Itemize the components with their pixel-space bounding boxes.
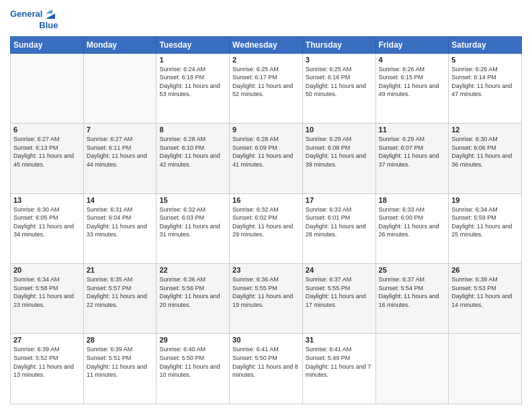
day-number: 22	[159, 266, 226, 274]
calendar-cell: 18Sunrise: 6:33 AM Sunset: 6:00 PM Dayli…	[375, 193, 449, 263]
day-info: Sunrise: 6:25 AM Sunset: 6:17 PM Dayligh…	[232, 65, 300, 99]
svg-marker-1	[46, 9, 52, 13]
day-number: 14	[87, 196, 154, 204]
logo-text-general: General	[10, 9, 42, 19]
day-number: 27	[13, 336, 81, 344]
svg-marker-0	[46, 13, 55, 19]
day-number: 19	[451, 196, 519, 204]
calendar-cell: 22Sunrise: 6:36 AM Sunset: 5:56 PM Dayli…	[157, 264, 230, 334]
calendar-cell: 31Sunrise: 6:41 AM Sunset: 5:49 PM Dayli…	[302, 334, 375, 404]
calendar-cell: 14Sunrise: 6:31 AM Sunset: 6:04 PM Dayli…	[83, 193, 157, 263]
calendar-table: SundayMondayTuesdayWednesdayThursdayFrid…	[10, 36, 522, 404]
day-number: 21	[87, 266, 154, 274]
calendar-cell: 28Sunrise: 6:39 AM Sunset: 5:51 PM Dayli…	[83, 334, 157, 404]
calendar-cell: 1Sunrise: 6:24 AM Sunset: 6:18 PM Daylig…	[157, 53, 230, 123]
calendar-cell	[375, 334, 449, 404]
day-info: Sunrise: 6:37 AM Sunset: 5:54 PM Dayligh…	[379, 275, 446, 309]
day-info: Sunrise: 6:26 AM Sunset: 6:15 PM Dayligh…	[379, 65, 446, 99]
day-number: 23	[232, 266, 300, 274]
day-number: 10	[306, 126, 373, 134]
day-info: Sunrise: 6:30 AM Sunset: 6:05 PM Dayligh…	[13, 205, 81, 239]
calendar-week-4: 27Sunrise: 6:39 AM Sunset: 5:52 PM Dayli…	[11, 334, 522, 404]
day-number: 4	[379, 56, 446, 64]
calendar-cell: 9Sunrise: 6:28 AM Sunset: 6:09 PM Daylig…	[230, 124, 303, 193]
day-number: 8	[159, 126, 226, 134]
day-info: Sunrise: 6:29 AM Sunset: 6:07 PM Dayligh…	[379, 135, 446, 169]
calendar-cell	[11, 53, 84, 123]
logo: General Blue	[10, 7, 58, 31]
calendar-cell: 24Sunrise: 6:37 AM Sunset: 5:55 PM Dayli…	[302, 264, 375, 334]
day-info: Sunrise: 6:31 AM Sunset: 6:04 PM Dayligh…	[87, 205, 154, 239]
calendar-cell: 10Sunrise: 6:29 AM Sunset: 6:08 PM Dayli…	[302, 124, 375, 193]
calendar-cell: 12Sunrise: 6:30 AM Sunset: 6:06 PM Dayli…	[449, 124, 522, 193]
calendar-cell: 2Sunrise: 6:25 AM Sunset: 6:17 PM Daylig…	[230, 53, 303, 123]
day-number: 9	[232, 126, 300, 134]
day-info: Sunrise: 6:37 AM Sunset: 5:55 PM Dayligh…	[306, 275, 373, 309]
day-info: Sunrise: 6:33 AM Sunset: 6:01 PM Dayligh…	[306, 205, 373, 239]
day-number: 6	[13, 126, 81, 134]
calendar-header-tuesday: Tuesday	[157, 36, 230, 53]
calendar-cell: 26Sunrise: 6:38 AM Sunset: 5:53 PM Dayli…	[449, 264, 522, 334]
day-info: Sunrise: 6:36 AM Sunset: 5:55 PM Dayligh…	[232, 275, 300, 309]
calendar-week-0: 1Sunrise: 6:24 AM Sunset: 6:18 PM Daylig…	[11, 53, 522, 123]
day-number: 20	[13, 266, 81, 274]
day-info: Sunrise: 6:28 AM Sunset: 6:10 PM Dayligh…	[159, 135, 226, 169]
day-number: 28	[87, 336, 154, 344]
day-info: Sunrise: 6:41 AM Sunset: 5:49 PM Dayligh…	[306, 345, 373, 379]
day-number: 30	[232, 336, 300, 344]
day-info: Sunrise: 6:29 AM Sunset: 6:08 PM Dayligh…	[306, 135, 373, 169]
day-number: 31	[306, 336, 373, 344]
calendar-week-1: 6Sunrise: 6:27 AM Sunset: 6:13 PM Daylig…	[11, 124, 522, 193]
calendar-header-thursday: Thursday	[302, 36, 375, 53]
calendar-cell: 5Sunrise: 6:26 AM Sunset: 6:14 PM Daylig…	[449, 53, 522, 123]
calendar-cell: 23Sunrise: 6:36 AM Sunset: 5:55 PM Dayli…	[230, 264, 303, 334]
logo-text-blue: Blue	[39, 20, 58, 31]
day-number: 17	[306, 196, 373, 204]
calendar-header-wednesday: Wednesday	[230, 36, 303, 53]
day-info: Sunrise: 6:24 AM Sunset: 6:18 PM Dayligh…	[159, 65, 226, 99]
day-number: 7	[87, 126, 154, 134]
day-info: Sunrise: 6:34 AM Sunset: 5:59 PM Dayligh…	[451, 205, 519, 239]
calendar-cell: 8Sunrise: 6:28 AM Sunset: 6:10 PM Daylig…	[157, 124, 230, 193]
day-info: Sunrise: 6:28 AM Sunset: 6:09 PM Dayligh…	[232, 135, 300, 169]
day-number: 18	[379, 196, 446, 204]
day-info: Sunrise: 6:30 AM Sunset: 6:06 PM Dayligh…	[451, 135, 519, 169]
day-number: 24	[306, 266, 373, 274]
calendar-header-row: SundayMondayTuesdayWednesdayThursdayFrid…	[11, 36, 522, 53]
day-number: 26	[451, 266, 519, 274]
logo-icon	[43, 7, 58, 21]
calendar-cell: 4Sunrise: 6:26 AM Sunset: 6:15 PM Daylig…	[375, 53, 449, 123]
day-number: 11	[379, 126, 446, 134]
calendar-cell	[83, 53, 157, 123]
day-info: Sunrise: 6:39 AM Sunset: 5:51 PM Dayligh…	[87, 345, 154, 379]
day-number: 2	[232, 56, 300, 64]
calendar-cell: 25Sunrise: 6:37 AM Sunset: 5:54 PM Dayli…	[375, 264, 449, 334]
header: General Blue	[10, 7, 522, 31]
calendar-header-saturday: Saturday	[449, 36, 522, 53]
day-info: Sunrise: 6:33 AM Sunset: 6:00 PM Dayligh…	[379, 205, 446, 239]
day-info: Sunrise: 6:32 AM Sunset: 6:03 PM Dayligh…	[159, 205, 226, 239]
day-info: Sunrise: 6:34 AM Sunset: 5:58 PM Dayligh…	[13, 275, 81, 309]
day-number: 12	[451, 126, 519, 134]
day-info: Sunrise: 6:40 AM Sunset: 5:50 PM Dayligh…	[159, 345, 226, 379]
day-info: Sunrise: 6:26 AM Sunset: 6:14 PM Dayligh…	[451, 65, 519, 99]
calendar-cell: 16Sunrise: 6:32 AM Sunset: 6:02 PM Dayli…	[230, 193, 303, 263]
calendar-cell: 30Sunrise: 6:41 AM Sunset: 5:50 PM Dayli…	[230, 334, 303, 404]
day-info: Sunrise: 6:38 AM Sunset: 5:53 PM Dayligh…	[451, 275, 519, 309]
calendar-cell: 17Sunrise: 6:33 AM Sunset: 6:01 PM Dayli…	[302, 193, 375, 263]
day-number: 13	[13, 196, 81, 204]
calendar-cell: 3Sunrise: 6:25 AM Sunset: 6:16 PM Daylig…	[302, 53, 375, 123]
calendar-header-sunday: Sunday	[11, 36, 84, 53]
calendar-cell: 19Sunrise: 6:34 AM Sunset: 5:59 PM Dayli…	[449, 193, 522, 263]
day-info: Sunrise: 6:32 AM Sunset: 6:02 PM Dayligh…	[232, 205, 300, 239]
day-number: 15	[159, 196, 226, 204]
day-info: Sunrise: 6:36 AM Sunset: 5:56 PM Dayligh…	[159, 275, 226, 309]
day-number: 1	[159, 56, 226, 64]
calendar-header-monday: Monday	[83, 36, 157, 53]
calendar-cell: 27Sunrise: 6:39 AM Sunset: 5:52 PM Dayli…	[11, 334, 84, 404]
day-info: Sunrise: 6:39 AM Sunset: 5:52 PM Dayligh…	[13, 345, 81, 379]
calendar-cell: 13Sunrise: 6:30 AM Sunset: 6:05 PM Dayli…	[11, 193, 84, 263]
day-number: 3	[306, 56, 373, 64]
day-info: Sunrise: 6:27 AM Sunset: 6:11 PM Dayligh…	[87, 135, 154, 169]
calendar-cell: 6Sunrise: 6:27 AM Sunset: 6:13 PM Daylig…	[11, 124, 84, 193]
